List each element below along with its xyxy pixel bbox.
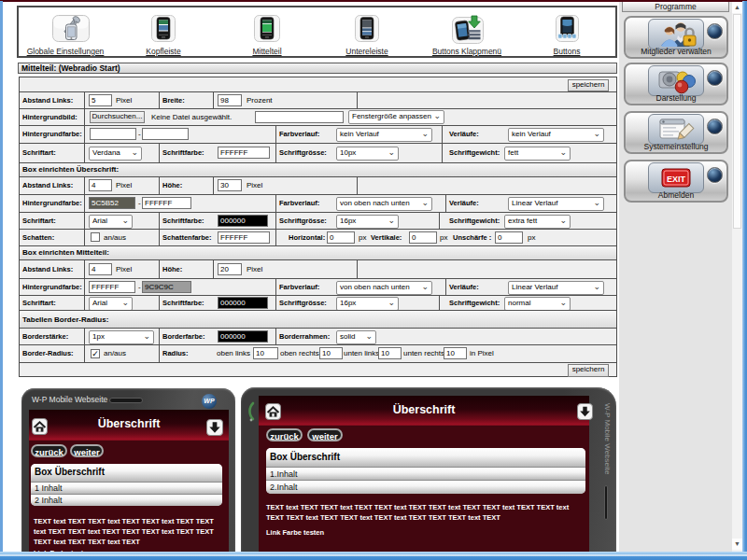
svg-text:EXIT: EXIT (667, 175, 686, 184)
